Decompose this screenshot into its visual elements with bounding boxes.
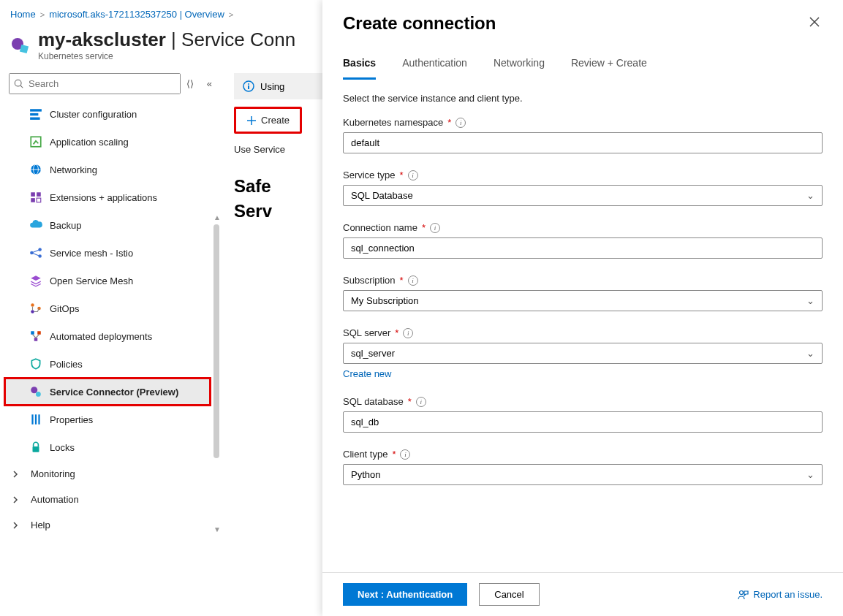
panel-tabs: Basics Authentication Networking Review … — [322, 44, 843, 80]
sidebar-item-label: Locks — [50, 442, 75, 453]
info-tooltip-icon[interactable]: i — [416, 397, 426, 407]
report-issue-label: Report an issue. — [753, 589, 823, 600]
subscription-label: Subscription* i — [343, 275, 823, 286]
sidebar-item-label: Service mesh - Istio — [50, 248, 133, 259]
info-tooltip-icon[interactable]: i — [430, 223, 440, 233]
sidebar-item-service-mesh-istio[interactable]: Service mesh - Istio — [4, 239, 211, 267]
svg-point-35 — [248, 83, 249, 85]
expand-collapse-icon[interactable]: ⟨⟩ — [186, 78, 194, 89]
cancel-button[interactable]: Cancel — [479, 583, 539, 606]
search-input[interactable] — [10, 74, 180, 94]
svg-rect-23 — [31, 331, 34, 335]
chevron-down-icon: ⌄ — [806, 348, 814, 359]
svg-point-20 — [31, 303, 34, 307]
chevron-right-icon: > — [40, 10, 45, 19]
sidebar-item-backup[interactable]: Backup — [4, 211, 211, 239]
sidebar-item-open-service-mesh[interactable]: Open Service Mesh — [4, 267, 211, 294]
sidebar-group-help[interactable]: Help — [4, 512, 211, 538]
breadcrumb-resource[interactable]: microsoft.aks-1721132537250 | Overview — [49, 9, 224, 20]
collapse-sidebar-icon[interactable]: « — [207, 78, 212, 89]
scrollbar-thumb[interactable] — [213, 224, 219, 458]
close-panel-button[interactable] — [806, 14, 823, 33]
sidebar-item-label: Backup — [50, 220, 81, 231]
create-connection-panel: Create connection Basics Authentication … — [322, 0, 843, 616]
deployments-icon — [29, 330, 42, 343]
create-button-label: Create — [261, 115, 290, 126]
chevron-down-icon: ⌄ — [806, 295, 814, 306]
tab-basics[interactable]: Basics — [343, 51, 376, 80]
sidebar-item-label: Policies — [50, 359, 83, 370]
svg-rect-6 — [30, 118, 40, 120]
svg-rect-31 — [35, 414, 37, 425]
subscription-select[interactable]: My Subscription ⌄ — [343, 290, 823, 311]
sidebar-group-automation[interactable]: Automation — [4, 487, 211, 512]
panel-body: Select the service instance and client t… — [322, 80, 843, 572]
svg-point-28 — [31, 387, 37, 393]
svg-rect-5 — [30, 113, 38, 115]
sidebar-item-service-connector[interactable]: Service Connector (Preview) — [4, 378, 211, 406]
sidebar-item-locks[interactable]: Locks — [4, 433, 211, 461]
sidebar-item-networking[interactable]: Networking — [4, 156, 211, 183]
next-button[interactable]: Next : Authentication — [343, 583, 467, 606]
svg-point-2 — [15, 80, 21, 86]
sql-server-select[interactable]: sql_server ⌄ — [343, 343, 823, 364]
tab-review-create[interactable]: Review + Create — [571, 51, 647, 80]
create-new-sql-server-link[interactable]: Create new — [343, 368, 391, 379]
client-type-value: Python — [351, 469, 380, 480]
info-tooltip-icon[interactable]: i — [455, 118, 466, 128]
svg-line-3 — [20, 85, 23, 88]
sidebar-item-application-scaling[interactable]: Application scaling — [4, 128, 211, 156]
gitops-icon — [29, 302, 42, 315]
sidebar-nav: Cluster configuration Application scalin… — [4, 100, 219, 538]
sidebar-group-label: Monitoring — [31, 468, 75, 479]
service-type-value: SQL Database — [351, 190, 413, 201]
tab-authentication[interactable]: Authentication — [402, 51, 467, 80]
info-tooltip-icon[interactable]: i — [400, 449, 410, 460]
create-button[interactable]: Create — [236, 109, 300, 132]
person-feedback-icon — [737, 589, 749, 601]
chevron-right-icon: > — [229, 10, 233, 19]
backup-cloud-icon — [29, 218, 42, 232]
info-tooltip-icon[interactable]: i — [408, 275, 418, 286]
sidebar-item-cluster-configuration[interactable]: Cluster configuration — [4, 100, 211, 128]
sidebar-item-label: Service Connector (Preview) — [50, 387, 178, 398]
sidebar-item-automated-deployments[interactable]: Automated deployments — [4, 322, 211, 350]
svg-rect-14 — [37, 198, 41, 202]
sidebar-group-monitoring[interactable]: Monitoring — [4, 461, 211, 487]
subscription-value: My Subscription — [351, 295, 418, 306]
service-type-select[interactable]: SQL Database ⌄ — [343, 185, 823, 206]
svg-point-22 — [37, 307, 41, 311]
connection-name-input[interactable] — [343, 237, 823, 259]
sql-database-value: sql_db — [351, 417, 379, 427]
namespace-input[interactable] — [343, 132, 823, 153]
breadcrumb-home[interactable]: Home — [10, 9, 36, 20]
sidebar-item-extensions-applications[interactable]: Extensions + applications — [4, 183, 211, 211]
client-type-select[interactable]: Python ⌄ — [343, 464, 823, 485]
page-title: my-akscluster | Service Conn — [38, 28, 295, 51]
namespace-label: Kubernetes namespace* i — [343, 117, 823, 128]
sidebar-item-properties[interactable]: Properties — [4, 406, 211, 433]
sql-database-select[interactable]: sql_db — [343, 411, 823, 433]
svg-line-26 — [33, 335, 37, 338]
sidebar-item-gitops[interactable]: GitOps — [4, 294, 211, 322]
svg-line-27 — [36, 335, 39, 338]
info-tooltip-icon[interactable]: i — [403, 328, 413, 338]
svg-rect-24 — [37, 331, 41, 335]
report-issue-link[interactable]: Report an issue. — [737, 589, 823, 601]
client-type-label: Client type* i — [343, 449, 823, 460]
plus-icon — [246, 115, 257, 126]
settings-bars-icon — [29, 107, 42, 121]
sidebar-item-policies[interactable]: Policies — [4, 350, 211, 378]
sidebar-item-label: Cluster configuration — [50, 109, 137, 120]
mesh-icon — [29, 246, 42, 259]
panel-footer: Next : Authentication Cancel Report an i… — [322, 572, 843, 616]
resource-subtitle: Kubernetes service — [38, 51, 295, 61]
info-tooltip-icon[interactable]: i — [408, 170, 418, 180]
create-button-highlight: Create — [234, 107, 302, 134]
svg-rect-30 — [31, 414, 33, 425]
chevron-down-icon: ⌄ — [806, 190, 814, 201]
svg-rect-13 — [31, 198, 35, 202]
tab-networking[interactable]: Networking — [494, 51, 545, 80]
info-icon — [243, 80, 254, 92]
svg-rect-32 — [38, 414, 39, 425]
